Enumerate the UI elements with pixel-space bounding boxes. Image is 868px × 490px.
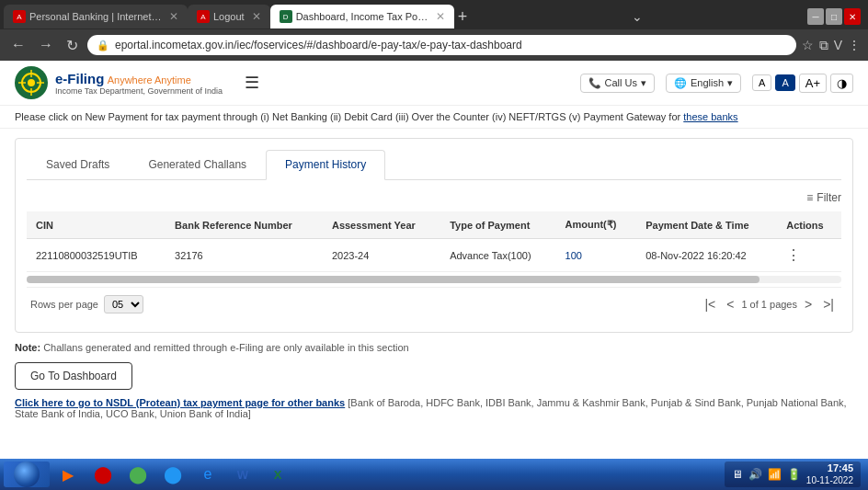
taskbar-ie[interactable]: e xyxy=(191,462,224,486)
cell-type-payment: Advance Tax(100) xyxy=(440,239,555,272)
table-row: 22110800032519UTIB 32176 2023-24 Advance… xyxy=(27,239,841,272)
browser-tab-2[interactable]: A Logout ✕ xyxy=(188,5,270,28)
call-us-label: Call Us xyxy=(605,77,637,88)
next-page-button[interactable]: > xyxy=(801,295,816,313)
prev-page-button[interactable]: < xyxy=(723,295,737,313)
maximize-button[interactable]: □ xyxy=(826,8,842,25)
taskbar-app3[interactable]: ⬤ xyxy=(121,462,154,486)
back-button[interactable]: ← xyxy=(7,35,29,55)
logo-subtitle: Income Tax Department, Government of Ind… xyxy=(55,86,223,96)
reload-button[interactable]: ↻ xyxy=(63,35,82,56)
browser-tab-3[interactable]: D Dashboard, Income Tax Portal, G... ✕ xyxy=(270,5,454,28)
ie-icon: e xyxy=(198,464,218,484)
clock-time: 17:45 xyxy=(828,462,853,474)
time-display: 17:45 10-11-2022 xyxy=(806,462,853,485)
tab-generated-challans[interactable]: Generated Challans xyxy=(129,150,266,179)
hamburger-icon[interactable]: ☰ xyxy=(245,73,259,93)
taskbar-app2[interactable]: ⬤ xyxy=(86,462,120,486)
table-header-row: CIN Bank Reference Number Assessment Yea… xyxy=(27,211,841,239)
taskbar-right: 🖥 🔊 📶 🔋 17:45 10-11-2022 xyxy=(725,462,864,487)
cell-amount: 100 xyxy=(556,239,637,272)
taskbar-app4[interactable]: ⬤ xyxy=(156,462,189,486)
rows-per-page: Rows per page 05 10 25 xyxy=(30,295,143,313)
font-small-button[interactable]: A xyxy=(752,74,771,91)
tab3-favicon: D xyxy=(280,10,292,23)
app4-icon: ⬤ xyxy=(163,464,183,484)
pagination-controls: |< < 1 of 1 pages > >| xyxy=(701,295,838,313)
excel-icon: X xyxy=(268,464,288,484)
info-text: Please click on New Payment for tax paym… xyxy=(15,111,680,122)
main-content: Saved Drafts Generated Challans Payment … xyxy=(0,129,868,428)
these-banks-link[interactable]: these banks xyxy=(683,111,737,122)
cell-bank-ref: 32176 xyxy=(166,239,323,272)
col-cin: CIN xyxy=(27,211,166,239)
filter-row: ≡ Filter xyxy=(27,191,841,204)
tab3-title: Dashboard, Income Tax Portal, G... xyxy=(296,11,428,22)
new-tab-button[interactable]: + xyxy=(458,7,468,27)
bookmark-star-icon[interactable]: ☆ xyxy=(802,38,814,52)
efiling-label: e-Filing xyxy=(55,71,104,86)
close-button[interactable]: ✕ xyxy=(844,8,861,25)
profile-icon[interactable]: V xyxy=(834,38,842,52)
taskbar-word[interactable]: W xyxy=(226,462,259,486)
extensions-icon[interactable]: ⧉ xyxy=(819,38,828,53)
tab-overflow-button[interactable]: ⌄ xyxy=(632,9,643,24)
col-bank-ref: Bank Reference Number xyxy=(166,211,323,239)
note-body: Challans generated and remitted through … xyxy=(43,342,408,353)
forward-button[interactable]: → xyxy=(35,35,57,55)
first-page-button[interactable]: |< xyxy=(701,295,719,313)
cell-payment-date: 08-Nov-2022 16:20:42 xyxy=(636,239,777,272)
tab2-close-icon[interactable]: ✕ xyxy=(252,10,261,23)
col-assessment-year: Assessment Year xyxy=(323,211,440,239)
svg-point-2 xyxy=(28,79,35,86)
font-medium-button[interactable]: A xyxy=(775,74,794,91)
lock-icon: 🔒 xyxy=(97,40,109,51)
minimize-button[interactable]: ─ xyxy=(807,8,824,25)
action-dots-icon[interactable]: ⋮ xyxy=(786,247,801,263)
rows-per-page-select[interactable]: 05 10 25 xyxy=(104,295,143,313)
tab1-close-icon[interactable]: ✕ xyxy=(169,10,178,23)
go-to-dashboard-button[interactable]: Go To Dashboard xyxy=(15,362,132,390)
language-button[interactable]: 🌐 English ▾ xyxy=(666,74,741,93)
clock-date: 10-11-2022 xyxy=(806,475,853,486)
browser-chrome: A Personal Banking | Internet Ban... ✕ A… xyxy=(0,0,868,61)
scrollbar-thumb xyxy=(27,276,760,283)
start-button[interactable] xyxy=(4,462,50,487)
tray-icon-battery: 🔋 xyxy=(787,468,801,481)
saved-drafts-label: Saved Drafts xyxy=(46,158,109,171)
cell-cin: 22110800032519UTIB xyxy=(27,239,166,272)
header-right: 📞 Call Us ▾ 🌐 English ▾ A A A+ ◑ xyxy=(580,74,853,93)
nsdl-link[interactable]: Click here to go to NSDL (Protean) tax p… xyxy=(15,397,345,408)
filter-button[interactable]: ≡ Filter xyxy=(806,191,841,204)
address-bar[interactable]: 🔒 eportal.incometax.gov.in/iec/foservice… xyxy=(87,35,796,55)
taskbar-excel[interactable]: X xyxy=(261,462,294,486)
note-text: Note: Challans generated and remitted th… xyxy=(15,342,853,353)
address-bar-row: ← → ↻ 🔒 eportal.incometax.gov.in/iec/fos… xyxy=(0,29,868,61)
generated-challans-label: Generated Challans xyxy=(148,158,246,171)
note-prefix: Note: xyxy=(15,342,40,353)
payment-history-label: Payment History xyxy=(285,158,366,171)
page-content: e-Filing Anywhere Anytime Income Tax Dep… xyxy=(0,61,868,490)
last-page-button[interactable]: >| xyxy=(819,295,838,313)
tab2-favicon: A xyxy=(197,10,210,23)
windows-orb-icon xyxy=(14,462,40,487)
taskbar-vlc[interactable]: ▶ xyxy=(51,462,85,486)
language-chevron: ▾ xyxy=(727,77,733,89)
tab3-close-icon[interactable]: ✕ xyxy=(436,10,445,23)
horizontal-scrollbar[interactable] xyxy=(27,276,841,283)
contrast-button[interactable]: ◑ xyxy=(830,74,853,93)
info-bar: Please click on New Payment for tax paym… xyxy=(0,106,868,129)
tab1-favicon: A xyxy=(13,10,26,23)
menu-icon[interactable]: ⋮ xyxy=(848,38,861,52)
cell-actions: ⋮ xyxy=(777,239,841,272)
nsdl-link-row: Click here to go to NSDL (Protean) tax p… xyxy=(15,397,853,419)
logo-text: e-Filing Anywhere Anytime Income Tax Dep… xyxy=(55,71,223,96)
tray-icon-1: 🖥 xyxy=(732,468,743,481)
tab-saved-drafts[interactable]: Saved Drafts xyxy=(27,150,129,179)
tray-icon-2: 🔊 xyxy=(748,468,762,481)
url-text: eportal.incometax.gov.in/iec/foservices/… xyxy=(115,39,522,51)
call-us-button[interactable]: 📞 Call Us ▾ xyxy=(580,74,655,93)
font-large-button[interactable]: A+ xyxy=(799,74,827,93)
tab-payment-history[interactable]: Payment History xyxy=(266,150,385,180)
browser-tab-1[interactable]: A Personal Banking | Internet Ban... ✕ xyxy=(4,5,188,28)
